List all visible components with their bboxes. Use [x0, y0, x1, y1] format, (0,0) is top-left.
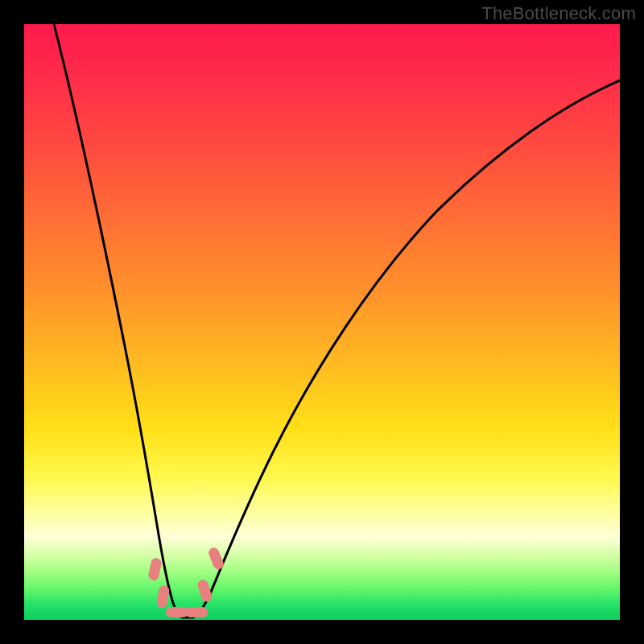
chart-frame: TheBottleneck.com [0, 0, 644, 644]
plot-area [24, 24, 620, 620]
marker-1 [147, 557, 163, 581]
bottleneck-curve-svg [24, 24, 620, 620]
marker-6 [207, 546, 225, 571]
watermark-text: TheBottleneck.com [481, 3, 636, 24]
bottleneck-curve [54, 24, 620, 617]
marker-4 [185, 607, 208, 617]
curve-markers [147, 546, 225, 617]
marker-2 [156, 584, 171, 609]
marker-3 [166, 607, 188, 617]
